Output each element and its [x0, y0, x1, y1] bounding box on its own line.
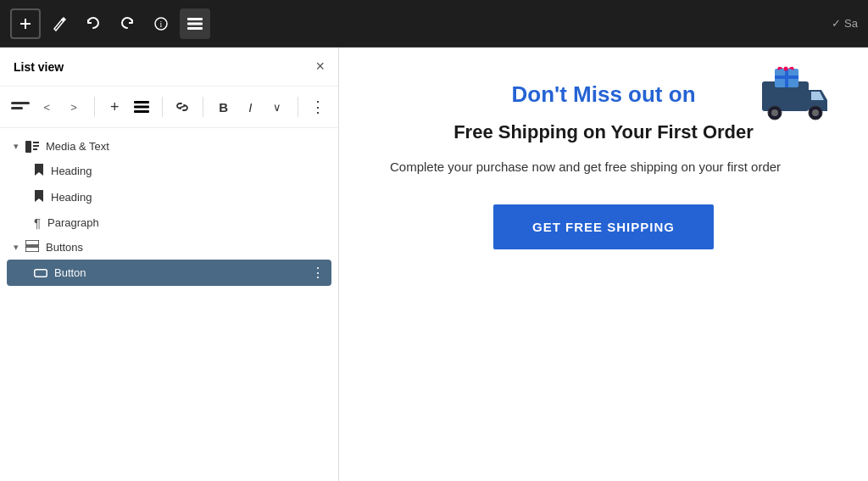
list-view-toggle-button[interactable]	[180, 8, 210, 39]
undo-button[interactable]	[78, 8, 108, 39]
svg-text:i: i	[160, 20, 163, 29]
heading2-label: Heading	[51, 191, 92, 204]
code-next-button[interactable]: >	[64, 93, 84, 120]
list-view-title: List view	[14, 60, 64, 74]
list-view-panel: ▾ Media & Text Heading Heading	[0, 128, 338, 481]
block-align-button[interactable]	[10, 93, 31, 120]
more-options-button[interactable]: ⋮	[308, 93, 328, 120]
toolbar-separator-2	[162, 97, 163, 117]
button-label: Button	[54, 266, 86, 279]
block-toolbar: < > + B I ∨ ⋮	[0, 87, 338, 128]
top-toolbar: i ✓ Sa	[0, 0, 868, 48]
canvas-area: Don't Miss out on	[339, 48, 868, 481]
list-item-heading1[interactable]: Heading	[0, 158, 338, 184]
svg-rect-8	[11, 107, 23, 109]
svg-point-22	[771, 109, 778, 116]
group-media-text-icon	[25, 141, 39, 153]
chevron-down-icon-2: ▾	[14, 242, 19, 253]
bookmark-icon	[34, 163, 44, 179]
list-item-heading2[interactable]: Heading	[0, 184, 338, 210]
pen-tool-button[interactable]	[44, 8, 75, 39]
heading1-label: Heading	[51, 165, 92, 177]
button-block-icon	[34, 266, 47, 280]
saved-label: Sa	[844, 17, 858, 30]
italic-button[interactable]: I	[240, 93, 260, 120]
canvas-content: Don't Miss out on	[390, 81, 817, 249]
add-block-button[interactable]	[10, 8, 41, 39]
sidebar-header: List view ×	[0, 48, 338, 87]
svg-line-12	[180, 106, 185, 108]
svg-rect-19	[35, 269, 47, 277]
svg-rect-6	[187, 27, 203, 30]
svg-rect-4	[187, 18, 203, 20]
chevron-down-icon: ▾	[14, 141, 19, 152]
promo-heading: Don't Miss out on	[390, 81, 817, 108]
toolbar-separator-4	[298, 97, 298, 117]
svg-rect-9	[134, 101, 149, 103]
svg-point-24	[812, 109, 819, 116]
saved-check-icon: ✓	[832, 17, 841, 30]
code-prev-button[interactable]: <	[37, 93, 58, 120]
cta-button[interactable]: GET FREE SHIPPING	[493, 204, 714, 249]
toolbar-separator-3	[203, 97, 203, 117]
truck-delivery-icon	[758, 64, 834, 136]
link-button[interactable]	[173, 93, 193, 120]
svg-rect-11	[134, 110, 149, 113]
svg-rect-18	[25, 247, 39, 252]
item-more-icon[interactable]: ⋮	[311, 265, 325, 281]
paragraph-icon: ¶	[34, 215, 41, 230]
svg-rect-13	[25, 141, 31, 153]
svg-rect-27	[785, 69, 788, 87]
sidebar: List view × < > + B I ∨ ⋮	[0, 48, 339, 481]
block-type-button[interactable]	[131, 93, 152, 120]
list-item-paragraph[interactable]: ¶ Paragraph	[0, 210, 338, 235]
svg-rect-5	[187, 22, 203, 25]
svg-rect-10	[134, 106, 149, 109]
svg-rect-7	[11, 102, 30, 104]
sub-heading: Free Shipping on Your First Order	[390, 121, 817, 143]
redo-button[interactable]	[112, 8, 142, 39]
promo-section: Don't Miss out on	[390, 81, 817, 108]
group-buttons-label: Buttons	[46, 241, 83, 254]
list-item-button[interactable]: Button ⋮	[7, 260, 331, 286]
main-area: List view × < > + B I ∨ ⋮	[0, 48, 868, 481]
paragraph-label: Paragraph	[47, 216, 99, 229]
group-buttons[interactable]: ▾ Buttons	[0, 235, 338, 260]
paragraph-text: Complete your purchase now and get free …	[390, 157, 817, 177]
group-buttons-icon	[25, 240, 39, 254]
toolbar-separator-1	[94, 97, 95, 117]
add-inline-button[interactable]: +	[105, 93, 125, 120]
group-media-text-label: Media & Text	[46, 140, 109, 153]
group-media-text[interactable]: ▾ Media & Text	[0, 135, 338, 158]
text-options-button[interactable]: ∨	[267, 93, 287, 120]
svg-rect-17	[25, 240, 39, 245]
bookmark-icon-2	[34, 189, 44, 205]
svg-point-28	[784, 67, 788, 71]
saved-indicator: ✓ Sa	[832, 17, 858, 30]
sidebar-close-button[interactable]: ×	[315, 58, 325, 76]
bold-button[interactable]: B	[214, 93, 234, 120]
info-button[interactable]: i	[146, 8, 176, 39]
